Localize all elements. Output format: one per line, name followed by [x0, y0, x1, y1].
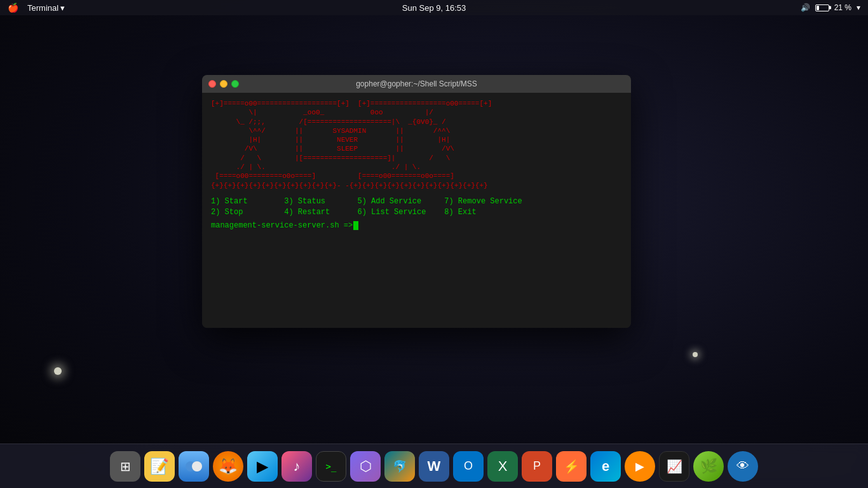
- menu-item-6: 6) List Service: [357, 207, 444, 218]
- minimize-button[interactable]: [220, 80, 227, 88]
- dock-terminal[interactable]: >_: [316, 451, 346, 482]
- dock-finder[interactable]: [179, 451, 209, 482]
- svg-point-2: [192, 461, 202, 471]
- menu-item-3: 3) Status: [284, 196, 357, 207]
- dock-music[interactable]: ♪: [281, 451, 312, 482]
- dock-stickies[interactable]: 📝: [144, 451, 175, 482]
- cursor: [353, 221, 358, 230]
- terminal-title: gopher@gopher:~/Shell Script/MSS: [356, 79, 477, 88]
- traffic-lights: [208, 80, 239, 88]
- app-name-menu[interactable]: Terminal ▾: [27, 3, 65, 13]
- dock-word[interactable]: W: [419, 451, 449, 482]
- maximize-button[interactable]: [231, 80, 239, 88]
- terminal-window: gopher@gopher:~/Shell Script/MSS [+]====…: [202, 75, 631, 328]
- menu-item-8: 8) Exit: [444, 207, 476, 218]
- dock-spark[interactable]: ⚡: [556, 451, 587, 482]
- menu-item-2: 2) Stop: [211, 207, 284, 218]
- dock-firefox[interactable]: 🦊: [213, 451, 243, 482]
- menu-item-7: 7) Remove Service: [444, 196, 522, 207]
- battery-icon: [815, 4, 829, 11]
- prompt-line[interactable]: management-service-server.sh =>: [211, 220, 622, 231]
- dock-airtv[interactable]: ▶: [247, 451, 278, 482]
- battery-dropdown[interactable]: ▾: [857, 3, 860, 12]
- menu-section: 1) Start 3) Status 5) Add Service 7) Rem…: [211, 196, 622, 218]
- battery-percent: 21 %: [834, 3, 851, 12]
- menubar: 🍎 Terminal ▾ Sun Sep 9, 16:53 🔊 21 % ▾: [0, 0, 868, 15]
- dock-linuxmint[interactable]: 🌿: [693, 451, 724, 482]
- light-orb-2: [693, 352, 698, 357]
- prompt-text: management-service-server.sh =>: [211, 220, 353, 231]
- dock-outlook[interactable]: O: [453, 451, 484, 482]
- terminal-titlebar: gopher@gopher:~/Shell Script/MSS: [202, 75, 631, 93]
- light-orb-1: [54, 367, 62, 375]
- dock-vlc[interactable]: ▶: [625, 451, 655, 482]
- dock-mysql-workbench[interactable]: 🐬: [384, 451, 415, 482]
- terminal-body[interactable]: [+]=====o00===================[+] [+]===…: [202, 93, 631, 328]
- dock-launchpad[interactable]: ⊞: [110, 451, 140, 482]
- dock-excel[interactable]: X: [487, 451, 518, 482]
- menu-item-5: 5) Add Service: [357, 196, 444, 207]
- ascii-art: [+]=====o00===================[+] [+]===…: [211, 99, 622, 190]
- dock-blue-app[interactable]: 👁: [728, 451, 758, 482]
- menu-item-4: 4) Restart: [284, 207, 357, 218]
- menu-row-1: 1) Start 3) Status 5) Add Service 7) Rem…: [211, 196, 622, 207]
- dock-powerpoint[interactable]: P: [522, 451, 552, 482]
- menu-item-1: 1) Start: [211, 196, 284, 207]
- dock-edge[interactable]: e: [590, 451, 621, 482]
- dock-stocks[interactable]: 📈: [659, 451, 689, 482]
- apple-menu[interactable]: 🍎: [8, 3, 18, 13]
- volume-icon: 🔊: [801, 3, 810, 12]
- close-button[interactable]: [208, 80, 216, 88]
- dock-visual-studio[interactable]: ⬡: [350, 451, 381, 482]
- menubar-clock: Sun Sep 9, 16:53: [402, 3, 466, 13]
- menu-row-2: 2) Stop 4) Restart 6) List Service 8) Ex…: [211, 207, 622, 218]
- dock: ⊞ 📝 🦊 ▶ ♪ >_ ⬡ 🐬 W O X P ⚡ e ▶ 📈 🌿 👁: [0, 444, 868, 488]
